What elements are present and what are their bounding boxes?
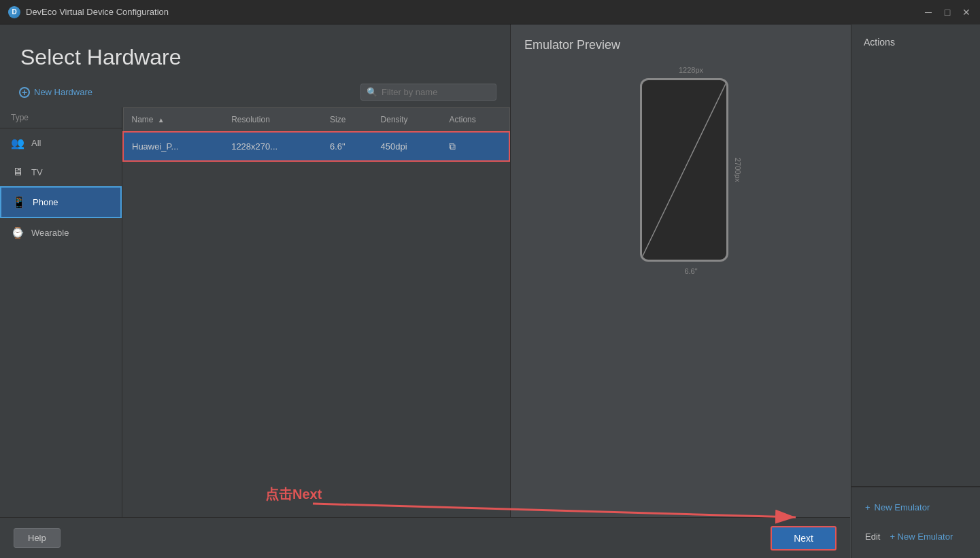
title-bar-title: DevEco Virtual Device Configuration (26, 7, 169, 17)
table-area: Name ▲ Resolution Size Density Actions H… (122, 107, 510, 558)
col-name[interactable]: Name ▲ (123, 108, 223, 133)
edit-button[interactable]: Edit (858, 526, 887, 547)
sidebar-item-tv-label: TV (31, 167, 43, 177)
help-button[interactable]: Help (14, 528, 61, 548)
cell-name: Huawei_P... (123, 132, 223, 161)
copy-icon[interactable]: ⧉ (449, 141, 456, 152)
col-size[interactable]: Size (322, 108, 373, 133)
sidebar-item-phone[interactable]: 📱 Phone (0, 186, 122, 218)
dimension-right: 2700px (734, 158, 742, 182)
sidebar-item-all-label: All (31, 138, 41, 148)
right-overlay-bottom: + New Emulator Edit + New Emulator (851, 486, 980, 558)
dimension-center: 6.6" (684, 267, 697, 275)
overlay-minimize-btn[interactable]: ─ (923, 7, 934, 18)
col-actions: Actions (441, 108, 509, 133)
new-hardware-button[interactable]: + New Hardware (14, 84, 98, 101)
phone-preview: 1228px 2700px 6.6" (524, 66, 858, 544)
right-overlay-content: Actions (851, 24, 980, 60)
tv-icon: 🖥 (11, 166, 24, 178)
right-overlay-header: ─ □ ✕ (851, 0, 980, 24)
phone-frame (640, 78, 728, 262)
svg-line-0 (642, 82, 726, 258)
main-container: Select Hardware + New Hardware 🔍 Type 👥 … (0, 24, 980, 558)
sidebar-item-all[interactable]: 👥 All (0, 128, 122, 158)
search-box: 🔍 (360, 84, 496, 101)
left-panel: Select Hardware + New Hardware 🔍 Type 👥 … (0, 24, 510, 558)
diagonal-line (642, 80, 726, 260)
sidebar-header: Type (0, 107, 122, 128)
sidebar: Type 👥 All 🖥 TV 📱 Phone ⌚ Wearable (0, 107, 122, 558)
sidebar-item-phone-label: Phone (33, 197, 58, 207)
cell-actions: ⧉ (441, 132, 509, 161)
all-icon: 👥 (11, 137, 24, 150)
phone-frame-wrapper: 2700px (640, 78, 742, 262)
cell-resolution: 1228x270... (223, 132, 322, 161)
cell-density: 450dpi (373, 132, 441, 161)
content-area: Type 👥 All 🖥 TV 📱 Phone ⌚ Wearable (0, 107, 510, 558)
phone-icon: 📱 (12, 196, 26, 209)
title-bar-left: D DevEco Virtual Device Configuration (8, 6, 169, 18)
new-emulator-button[interactable]: + New Emulator (858, 494, 974, 521)
page-title: Select Hardware (0, 24, 510, 84)
table-header: Name ▲ Resolution Size Density Actions (123, 108, 509, 133)
col-resolution[interactable]: Resolution (223, 108, 322, 133)
col-density[interactable]: Density (373, 108, 441, 133)
new-emulator-plus-icon: + (865, 502, 871, 512)
search-icon: 🔍 (367, 87, 377, 97)
cell-size: 6.6" (322, 132, 373, 161)
overlay-close-btn[interactable]: ✕ (961, 7, 972, 18)
new-emulator-label: New Emulator (875, 502, 930, 512)
search-input[interactable] (382, 87, 484, 97)
table-body: Huawei_P... 1228x270... 6.6" 450dpi ⧉ (123, 132, 509, 161)
toolbar: + New Hardware 🔍 (0, 84, 510, 107)
sidebar-item-tv[interactable]: 🖥 TV (0, 158, 122, 186)
table-row[interactable]: Huawei_P... 1228x270... 6.6" 450dpi ⧉ (123, 132, 509, 161)
wearable-icon: ⌚ (11, 226, 24, 239)
dimension-top: 1228px (679, 66, 703, 74)
new-hardware-label: New Hardware (34, 87, 92, 97)
sort-icon: ▲ (158, 116, 165, 124)
title-bar: D DevEco Virtual Device Configuration ─ … (0, 0, 980, 24)
overlay-maximize-btn[interactable]: □ (942, 7, 953, 18)
sidebar-item-wearable[interactable]: ⌚ Wearable (0, 218, 122, 247)
right-overlay-panel: ─ □ ✕ Actions + New Emulator Edit + New … (851, 0, 980, 558)
next-button[interactable]: Next (771, 526, 837, 551)
footer: Help 点击Next Next (0, 517, 850, 558)
add-new-emulator-button[interactable]: + New Emulator (887, 529, 974, 544)
device-table: Name ▲ Resolution Size Density Actions H… (122, 107, 510, 162)
plus-icon: + (19, 87, 30, 98)
actions-label: Actions (858, 31, 973, 53)
sidebar-item-wearable-label: Wearable (31, 228, 69, 238)
app-icon: D (8, 6, 20, 18)
